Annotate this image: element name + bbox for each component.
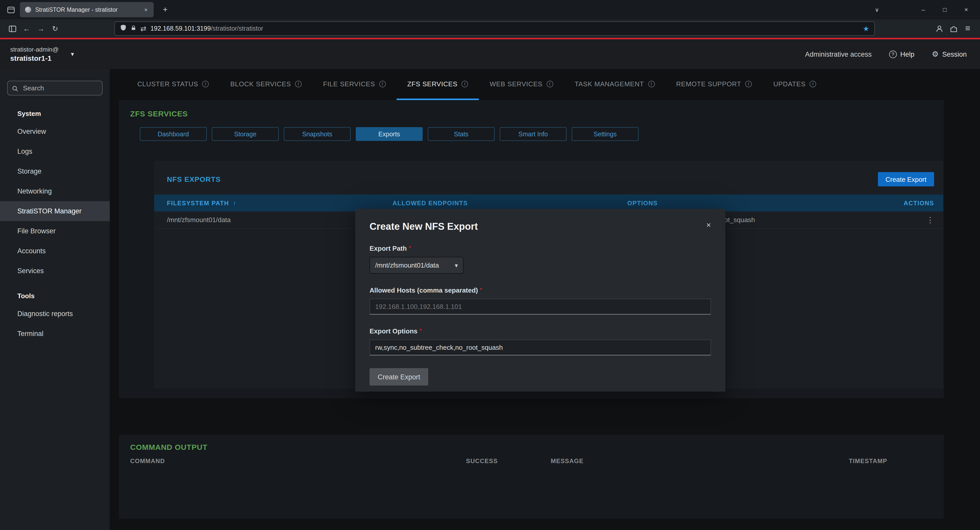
back-icon[interactable]: ←: [19, 24, 34, 33]
info-icon: i: [379, 80, 386, 87]
firefox-view-icon[interactable]: [7, 6, 15, 13]
menu-icon[interactable]: ≡: [961, 24, 975, 34]
list-tabs-chevron-icon[interactable]: ∨: [862, 6, 892, 13]
tab-web-services[interactable]: WEB SERVICES i: [479, 69, 564, 100]
command-output-panel: COMMAND OUTPUT COMMAND SUCCESS MESSAGE T…: [119, 435, 944, 519]
sidebar-item-overview[interactable]: Overview: [0, 121, 110, 142]
sidebar-section-system: System: [0, 106, 110, 121]
column-message: MESSAGE: [551, 457, 849, 465]
info-icon: i: [462, 80, 468, 87]
sidebar-section-tools: Tools: [0, 288, 110, 304]
tab-remote-support[interactable]: REMOTE SUPPORT i: [665, 69, 762, 100]
column-filesystem-path[interactable]: FILESYSTEM PATH↑: [167, 199, 393, 207]
url-bar[interactable]: ⇄ 192.168.59.101:3199/stratistor/stratis…: [115, 21, 875, 36]
tab-close-icon[interactable]: ×: [143, 6, 148, 13]
info-icon: i: [810, 80, 816, 87]
browser-toolbar: ← → ↻ ⇄ 192.168.59.101:3199/stratistor/s…: [0, 19, 980, 38]
tab-updates[interactable]: UPDATES i: [762, 69, 827, 100]
browser-window: StratiSTOR Manager - stratistor × + ∨ – …: [0, 0, 980, 530]
subtab-snapshots[interactable]: Snapshots: [284, 127, 351, 141]
subtab-storage[interactable]: Storage: [212, 127, 279, 141]
user-name: stratistor-admin@: [10, 46, 59, 53]
column-options[interactable]: OPTIONS: [627, 199, 873, 207]
session-menu[interactable]: ⚙ Session: [932, 49, 967, 59]
required-asterisk: *: [480, 287, 482, 293]
allowed-hosts-label: Allowed Hosts (comma separated) *: [369, 286, 711, 294]
tab-label: FILE SERVICES: [323, 80, 375, 88]
subtab-stats[interactable]: Stats: [428, 127, 495, 141]
lock-icon[interactable]: [130, 24, 136, 33]
sidebar-toggle-icon[interactable]: [5, 25, 19, 32]
label-text: Export Path: [369, 245, 407, 252]
export-options-label: Export Options *: [369, 327, 711, 335]
new-tab-button[interactable]: +: [160, 5, 171, 14]
account-icon[interactable]: [932, 25, 946, 32]
help-icon: ?: [889, 50, 897, 58]
column-timestamp: TIMESTAMP: [849, 457, 944, 465]
tab-label: TASK MANAGEMENT: [575, 80, 644, 88]
tab-label: REMOTE SUPPORT: [676, 80, 741, 88]
export-path-select[interactable]: /mnt/zfsmount01/data ▾: [369, 257, 463, 274]
zfs-subtabs: Dashboard Storage Snapshots Exports Stat…: [140, 127, 944, 141]
window-minimize-button[interactable]: –: [913, 6, 934, 13]
sidebar-item-file-browser[interactable]: File Browser: [0, 221, 110, 241]
command-output-title: COMMAND OUTPUT: [130, 443, 944, 451]
sidebar-item-accounts[interactable]: Accounts: [0, 241, 110, 261]
user-menu[interactable]: stratistor-admin@ stratistor1-1 ▾: [10, 46, 74, 62]
session-label: Session: [942, 50, 967, 58]
bookmark-star-icon[interactable]: ★: [863, 24, 869, 33]
tab-zfs-services[interactable]: ZFS SERVICES i: [396, 69, 479, 100]
subtab-exports[interactable]: Exports: [356, 127, 423, 141]
create-export-button[interactable]: Create Export: [878, 172, 934, 186]
sidebar-item-storage[interactable]: Storage: [0, 161, 110, 181]
sidebar-item-terminal[interactable]: Terminal: [0, 324, 110, 344]
sidebar-item-networking[interactable]: Networking: [0, 181, 110, 201]
export-options-input[interactable]: [369, 339, 711, 355]
tab-title: StratiSTOR Manager - stratistor: [35, 6, 139, 13]
export-path-value: /mnt/zfsmount01/data: [375, 261, 439, 269]
row-actions[interactable]: ⋮: [873, 215, 934, 224]
reload-icon[interactable]: ↻: [48, 24, 62, 33]
browser-tab-strip: StratiSTOR Manager - stratistor × + ∨ – …: [0, 0, 980, 19]
sidebar-item-stratistor-manager[interactable]: StratiSTOR Manager: [0, 201, 110, 221]
search-input[interactable]: [7, 81, 103, 95]
tab-label: BLOCK SERVICES: [231, 80, 291, 88]
subtab-smart-info[interactable]: Smart Info: [500, 127, 566, 141]
window-maximize-button[interactable]: □: [934, 6, 956, 13]
modal-close-icon[interactable]: ×: [706, 221, 711, 229]
administrative-access-button[interactable]: Administrative access: [805, 50, 872, 58]
url-text[interactable]: 192.168.59.101:3199/stratistor/stratisto…: [150, 25, 859, 32]
forward-icon[interactable]: →: [34, 24, 48, 33]
kebab-menu-icon[interactable]: ⋮: [926, 215, 934, 224]
sort-asc-icon[interactable]: ↑: [233, 199, 237, 207]
subtab-dashboard[interactable]: Dashboard: [140, 127, 207, 141]
allowed-hosts-input[interactable]: [369, 299, 711, 315]
command-output-header: COMMAND SUCCESS MESSAGE TIMESTAMP: [130, 457, 944, 465]
window-controls: ∨ – □ ×: [862, 6, 977, 13]
tab-label: UPDATES: [773, 80, 806, 88]
info-icon: i: [295, 80, 302, 87]
window-close-button[interactable]: ×: [956, 6, 977, 13]
info-icon: i: [202, 80, 209, 87]
subtab-settings[interactable]: Settings: [572, 127, 638, 141]
permissions-icon[interactable]: ⇄: [140, 24, 146, 33]
tab-file-services[interactable]: FILE SERVICES i: [312, 69, 396, 100]
sidebar-item-diagnostic-reports[interactable]: Diagnostic reports: [0, 304, 110, 324]
sidebar-item-logs[interactable]: Logs: [0, 142, 110, 161]
url-path: /stratistor/stratistor: [211, 25, 263, 32]
masthead-actions: Administrative access ? Help ⚙ Session: [805, 49, 967, 59]
tab-block-services[interactable]: BLOCK SERVICES i: [220, 69, 313, 100]
label-text: Export Options: [369, 327, 417, 335]
column-allowed-endpoints[interactable]: ALLOWED ENDPOINTS: [393, 199, 627, 207]
tracking-shield-icon[interactable]: [120, 24, 127, 33]
gear-icon: ⚙: [932, 49, 939, 59]
help-menu[interactable]: ? Help: [889, 50, 915, 58]
browser-tab[interactable]: StratiSTOR Manager - stratistor ×: [20, 2, 154, 18]
tab-favicon: [25, 6, 31, 13]
tab-task-management[interactable]: TASK MANAGEMENT i: [564, 69, 666, 100]
extensions-icon[interactable]: [946, 25, 961, 32]
modal-create-export-button[interactable]: Create Export: [369, 368, 428, 385]
tab-cluster-status[interactable]: CLUSTER STATUS i: [127, 69, 220, 100]
info-icon: i: [745, 80, 752, 87]
sidebar-item-services[interactable]: Services: [0, 261, 110, 281]
